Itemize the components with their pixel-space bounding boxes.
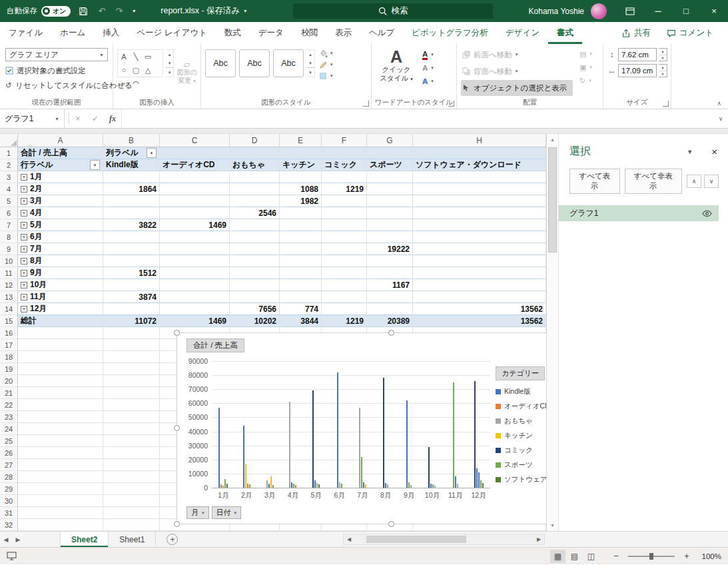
cell-A29[interactable] xyxy=(18,483,103,495)
pane-item-グラフ1[interactable]: グラフ1 xyxy=(559,205,719,221)
cell-F4[interactable]: 1219 xyxy=(322,183,367,195)
expand-icon[interactable]: + xyxy=(21,234,27,241)
cell-A20[interactable] xyxy=(18,375,103,387)
text-box-shape-icon[interactable]: A xyxy=(118,50,130,63)
column-filter-button[interactable]: ▼ xyxy=(147,148,157,158)
cell-B15[interactable]: 11072 xyxy=(103,315,160,327)
arc-shape-icon[interactable]: ◠ xyxy=(130,77,142,90)
cell-F1[interactable] xyxy=(322,147,367,159)
cell-B27[interactable] xyxy=(103,459,160,471)
cell-A19[interactable] xyxy=(18,363,103,375)
tab-校閲[interactable]: 校閲 xyxy=(292,22,326,44)
cell-H12[interactable] xyxy=(413,279,546,291)
expand-icon[interactable]: + xyxy=(21,210,27,217)
cell-H14[interactable]: 13562 xyxy=(413,303,546,315)
column-header-B[interactable]: B xyxy=(103,134,160,147)
cell-E2[interactable]: キッチン xyxy=(280,159,322,171)
cell-H9[interactable] xyxy=(413,243,546,255)
cell-E6[interactable] xyxy=(280,207,322,219)
cell-A10[interactable]: +8月 xyxy=(18,255,103,267)
row-header-17[interactable]: 17 xyxy=(0,339,18,351)
bar-group-7月[interactable] xyxy=(351,361,374,488)
bar-group-5月[interactable] xyxy=(304,361,328,488)
cell-C14[interactable] xyxy=(160,303,230,315)
zoom-level[interactable]: 100% xyxy=(699,552,721,560)
row-header-16[interactable]: 16 xyxy=(0,327,18,339)
cell-B5[interactable] xyxy=(103,195,160,207)
expand-icon[interactable]: + xyxy=(21,222,27,229)
cell-E12[interactable] xyxy=(280,279,322,291)
cell-C9[interactable] xyxy=(160,243,230,255)
column-header-A[interactable]: A xyxy=(18,134,103,147)
column-header-G[interactable]: G xyxy=(367,134,413,147)
cell-C10[interactable] xyxy=(160,255,230,267)
row-header-8[interactable]: 8 xyxy=(0,231,18,243)
shape-height-field[interactable]: ↕ 7.62 cm ▲▼ xyxy=(607,47,667,63)
tab-数式[interactable]: 数式 xyxy=(216,22,250,44)
cell-B14[interactable] xyxy=(103,303,160,315)
cell-D2[interactable]: おもちゃ xyxy=(230,159,280,171)
cell-B22[interactable] xyxy=(103,399,160,411)
bar-group-8月[interactable] xyxy=(374,361,398,488)
bring-forward-button[interactable]: 前面へ移動 ▾ xyxy=(461,47,573,63)
cell-A17[interactable] xyxy=(18,339,103,351)
row-header-11[interactable]: 11 xyxy=(0,267,18,279)
cell-B13[interactable]: 3874 xyxy=(103,291,160,303)
cell-C15[interactable]: 1469 xyxy=(160,315,230,327)
cell-G7[interactable] xyxy=(367,219,413,231)
cell-F15[interactable]: 1219 xyxy=(322,315,367,327)
horizontal-scrollbar[interactable]: ◀ ▶ xyxy=(343,534,545,545)
cell-B23[interactable] xyxy=(103,411,160,423)
legend-item-ソフトウェア・ダウンロード[interactable]: ソフトウェア・ダウンロード xyxy=(496,475,546,484)
scroll-left-icon[interactable]: ◀ xyxy=(344,536,354,542)
cell-G13[interactable] xyxy=(367,291,413,303)
cell-A25[interactable] xyxy=(18,435,103,447)
hide-all-button[interactable]: すべて非表示 xyxy=(625,169,682,194)
name-box[interactable]: グラフ1 ▼ xyxy=(0,109,65,128)
row-header-10[interactable]: 10 xyxy=(0,255,18,267)
scroll-down-icon[interactable]: ▼ xyxy=(306,59,314,67)
rotate-button[interactable]: ↻▾ xyxy=(578,75,593,86)
cell-A1[interactable]: 合計 / 売上高 xyxy=(18,147,103,159)
bar-group-9月[interactable] xyxy=(398,361,421,488)
cell-F7[interactable] xyxy=(322,219,367,231)
search-box[interactable]: 検索 xyxy=(293,3,493,19)
gallery-more-icon[interactable]: ▼ xyxy=(166,67,173,77)
scroll-up-icon[interactable]: ▲ xyxy=(547,134,558,145)
undo-button[interactable]: ↶ xyxy=(96,6,107,16)
shape-gallery-scrollbar[interactable]: ▲ ▼ ▼ xyxy=(166,49,174,77)
cell-A13[interactable]: +11月 xyxy=(18,291,103,303)
cell-F11[interactable] xyxy=(322,267,367,279)
cell-F10[interactable] xyxy=(322,255,367,267)
shape-fill-button[interactable]: ▾ xyxy=(318,49,334,58)
legend-item-キッチン[interactable]: キッチン xyxy=(496,431,546,440)
new-sheet-button[interactable]: + xyxy=(167,534,178,545)
tab-ピボットグラフ分析[interactable]: ピボットグラフ分析 xyxy=(403,22,497,44)
save-button[interactable] xyxy=(77,7,90,16)
normal-view-button[interactable]: ▦ xyxy=(550,550,565,563)
cell-B3[interactable] xyxy=(103,171,160,183)
width-stepper[interactable]: ▲▼ xyxy=(659,64,667,77)
cell-D9[interactable] xyxy=(230,243,280,255)
cell-F6[interactable] xyxy=(322,207,367,219)
step-down-icon[interactable]: ▼ xyxy=(659,71,667,77)
cell-B32[interactable] xyxy=(103,519,160,531)
cell-C7[interactable]: 1469 xyxy=(160,219,230,231)
ellipse-shape-icon[interactable]: ○ xyxy=(118,63,130,77)
cell-B20[interactable] xyxy=(103,375,160,387)
cell-C1[interactable] xyxy=(160,147,230,159)
collapse-ribbon-icon[interactable]: ∧ xyxy=(717,100,721,107)
shape-style-2[interactable]: Abc xyxy=(239,49,270,77)
tab-表示[interactable]: 表示 xyxy=(326,22,360,44)
cell-A21[interactable] xyxy=(18,387,103,399)
pivot-chart[interactable]: 合計 / 売上高 カテゴリー Kindle版オーディオCDおもちゃキッチンコミッ… xyxy=(177,332,546,524)
chart-element-selector[interactable]: グラフ エリア ▼ xyxy=(5,48,108,61)
dialog-launcher-icon[interactable] xyxy=(363,101,369,107)
chart-handle-bl[interactable] xyxy=(174,521,180,527)
row-header-22[interactable]: 22 xyxy=(0,399,18,411)
chart-field-button-日付[interactable]: 日付▾ xyxy=(212,506,242,519)
scroll-down-icon[interactable]: ▼ xyxy=(547,520,558,531)
cell-E10[interactable] xyxy=(280,255,322,267)
cell-D10[interactable] xyxy=(230,255,280,267)
comments-button[interactable]: コメント xyxy=(660,27,720,39)
